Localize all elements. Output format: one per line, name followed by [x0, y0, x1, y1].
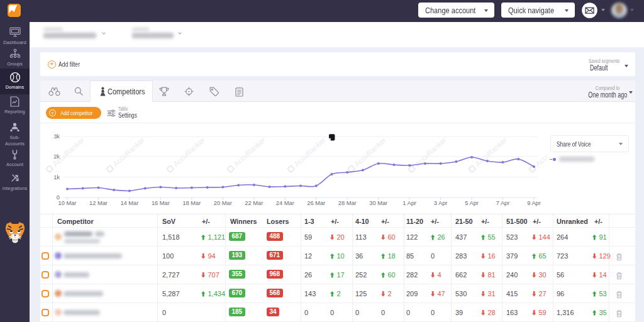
svg-text:14 Mar: 14 Mar: [120, 200, 138, 206]
svg-text:28 Mar: 28 Mar: [338, 200, 357, 206]
svg-text:3 Apr: 3 Apr: [434, 200, 448, 206]
svg-text:9 Apr: 9 Apr: [527, 200, 541, 206]
svg-text:10 Mar: 10 Mar: [58, 200, 77, 206]
svg-text:16 Mar: 16 Mar: [152, 200, 170, 206]
svg-text:12 Mar: 12 Mar: [89, 200, 108, 206]
svg-text:18 Mar: 18 Mar: [182, 200, 201, 206]
svg-text:3k: 3k: [53, 133, 60, 140]
svg-text:7 Apr: 7 Apr: [496, 200, 510, 206]
svg-text:1k: 1k: [53, 174, 60, 180]
svg-text:1 Apr: 1 Apr: [402, 200, 416, 206]
svg-text:2k: 2k: [53, 153, 60, 160]
svg-text:22 Mar: 22 Mar: [245, 200, 263, 206]
svg-text:5 Apr: 5 Apr: [465, 200, 479, 206]
svg-text:24 Mar: 24 Mar: [276, 200, 294, 206]
svg-text:26 Mar: 26 Mar: [307, 200, 325, 206]
svg-text:20 Mar: 20 Mar: [214, 200, 232, 206]
svg-text:30 Mar: 30 Mar: [369, 200, 387, 206]
